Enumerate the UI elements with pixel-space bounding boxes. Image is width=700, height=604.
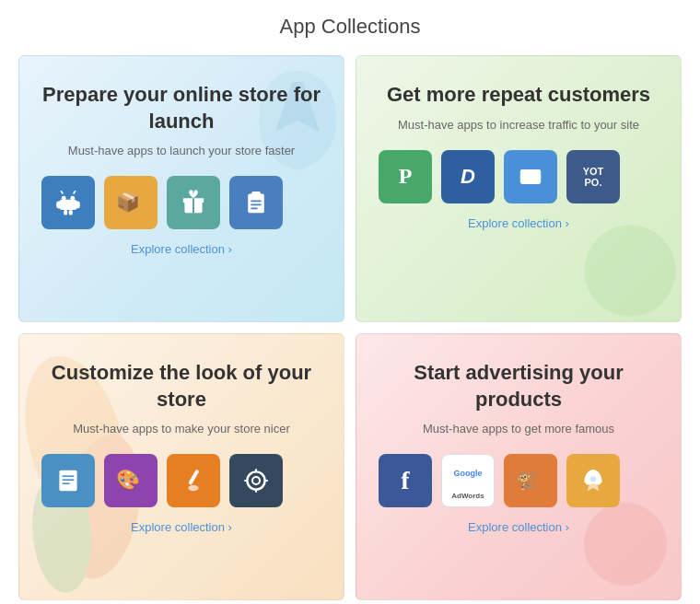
- lens-icon[interactable]: [229, 454, 283, 507]
- svg-text:🎨: 🎨: [116, 469, 140, 493]
- card-launch-subtitle: Must-have apps to launch your store fast…: [41, 144, 321, 157]
- svg-rect-3: [56, 202, 61, 209]
- boxes-icon[interactable]: 📦: [104, 176, 158, 229]
- monkey-icon[interactable]: 🐒: [504, 454, 557, 507]
- android-icon[interactable]: [41, 176, 95, 229]
- card-repeat-explore-link[interactable]: Explore collection ›: [468, 216, 569, 230]
- card-customize-icons: 🎨: [41, 454, 283, 507]
- card-advertise: Start advertising your productsMust-have…: [356, 333, 682, 600]
- privy-icon[interactable]: P: [379, 150, 432, 203]
- svg-point-35: [252, 477, 260, 484]
- svg-rect-20: [520, 169, 541, 175]
- card-launch-explore-link[interactable]: Explore collection ›: [131, 242, 232, 256]
- svg-rect-14: [251, 192, 261, 196]
- svg-line-8: [74, 191, 76, 193]
- svg-rect-13: [248, 194, 264, 214]
- card-repeat-subtitle: Must-have apps to increase traffic to yo…: [379, 118, 659, 132]
- social-icon[interactable]: [504, 150, 557, 203]
- svg-rect-21: [522, 178, 527, 181]
- svg-point-42: [590, 476, 596, 482]
- svg-rect-6: [69, 210, 73, 215]
- svg-text:📦: 📦: [116, 191, 140, 215]
- collections-grid: Prepare your online store for launchMust…: [18, 55, 682, 600]
- gift-icon[interactable]: [167, 176, 220, 229]
- card-advertise-subtitle: Must-have apps to get more famous: [379, 422, 659, 436]
- svg-rect-23: [534, 178, 539, 181]
- google-icon[interactable]: GoogleAdWords: [441, 454, 495, 507]
- card-repeat-icons: PDYOTPO.: [379, 150, 620, 203]
- card-launch-title: Prepare your online store for launch: [41, 82, 321, 134]
- card-customize: Customize the look of your storeMust-hav…: [18, 333, 344, 600]
- svg-point-34: [247, 472, 264, 490]
- card-repeat-title: Get more repeat customers: [379, 82, 659, 109]
- card-launch-icons: 📦: [41, 176, 283, 229]
- page-title: App Collections: [280, 15, 421, 39]
- facebook-icon[interactable]: f: [379, 454, 432, 507]
- card-launch: Prepare your online store for launchMust…: [18, 55, 344, 322]
- yotpo-icon[interactable]: YOTPO.: [566, 150, 620, 203]
- card-advertise-explore-link[interactable]: Explore collection ›: [468, 520, 569, 534]
- svg-rect-32: [188, 470, 199, 485]
- card-advertise-icons: fGoogleAdWords🐒: [379, 454, 620, 507]
- card-customize-explore-link[interactable]: Explore collection ›: [131, 520, 232, 534]
- svg-text:🐒: 🐒: [516, 470, 538, 492]
- rocket-icon[interactable]: [566, 454, 620, 507]
- paint-icon[interactable]: 🎨: [104, 454, 158, 507]
- svg-line-7: [61, 191, 63, 193]
- svg-rect-2: [59, 200, 76, 210]
- card-advertise-title: Start advertising your products: [379, 360, 659, 412]
- svg-point-18: [585, 226, 676, 317]
- card-customize-title: Customize the look of your store: [41, 360, 321, 412]
- svg-rect-22: [529, 178, 533, 181]
- card-repeat: Get more repeat customersMust-have apps …: [356, 55, 682, 322]
- svg-point-33: [188, 485, 198, 491]
- disqus-icon[interactable]: D: [441, 150, 495, 203]
- book-icon[interactable]: [41, 454, 95, 507]
- svg-rect-4: [76, 202, 80, 209]
- list-icon[interactable]: [229, 176, 283, 229]
- svg-point-40: [584, 503, 667, 586]
- brush-icon[interactable]: [167, 454, 220, 507]
- svg-rect-5: [64, 210, 67, 215]
- card-customize-subtitle: Must-have apps to make your store nicer: [41, 422, 321, 436]
